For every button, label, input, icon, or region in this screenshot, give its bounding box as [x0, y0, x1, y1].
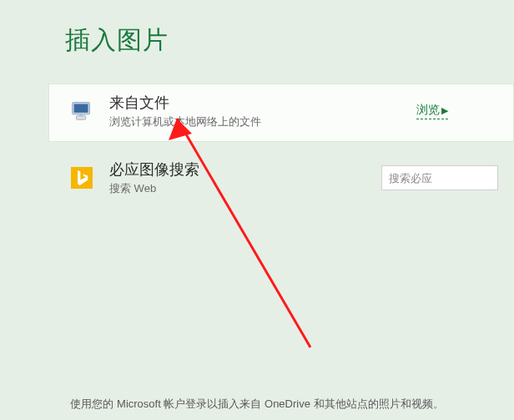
- annotation-arrow: [0, 0, 514, 420]
- option-bing-subtitle: 搜索 Web: [109, 181, 381, 196]
- option-from-file-title: 来自文件: [109, 93, 416, 113]
- svg-rect-1: [74, 104, 88, 113]
- option-bing-texts: 必应图像搜索 搜索 Web: [109, 159, 381, 196]
- option-bing-search[interactable]: 必应图像搜索 搜索 Web 搜索必应: [48, 154, 514, 205]
- page-title: 插入图片: [65, 23, 169, 58]
- option-from-file-subtitle: 浏览计算机或本地网络上的文件: [109, 114, 416, 129]
- computer-icon: [69, 99, 94, 124]
- chevron-right-icon: ▶: [441, 105, 448, 115]
- bing-icon: [69, 165, 94, 190]
- bing-search-input[interactable]: 搜索必应: [381, 165, 498, 190]
- option-bing-title: 必应图像搜索: [109, 159, 381, 180]
- footer-sign-in-text: 使用您的 Microsoft 帐户登录以插入来自 OneDrive 和其他站点的…: [0, 397, 514, 412]
- option-from-file-texts: 来自文件 浏览计算机或本地网络上的文件: [109, 93, 416, 129]
- browse-link[interactable]: 浏览▶: [416, 103, 448, 119]
- svg-rect-4: [71, 167, 93, 189]
- option-from-file[interactable]: 来自文件 浏览计算机或本地网络上的文件 浏览▶: [48, 83, 514, 142]
- svg-rect-3: [79, 114, 83, 117]
- browse-link-label: 浏览: [416, 103, 440, 116]
